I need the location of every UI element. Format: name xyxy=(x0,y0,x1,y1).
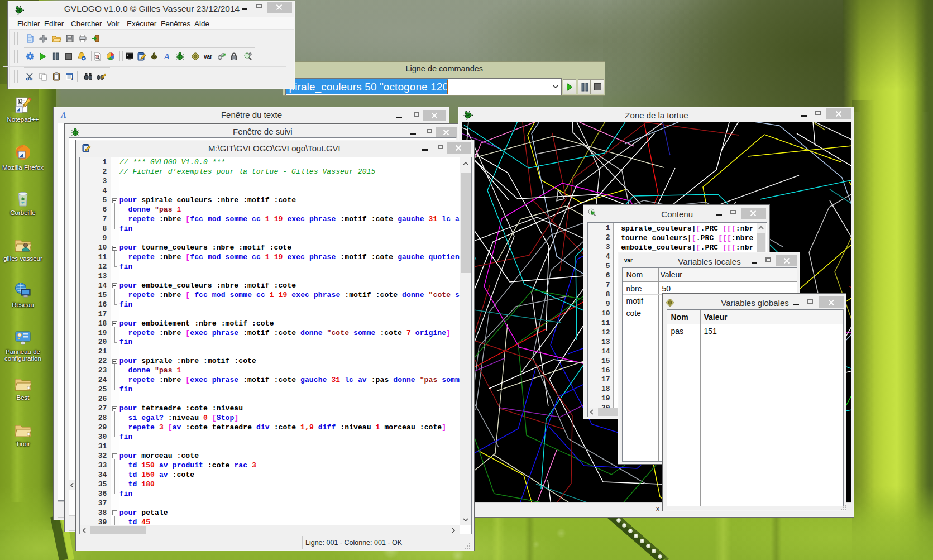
svg-text:A: A xyxy=(164,52,170,61)
svg-text:x: x xyxy=(70,76,73,80)
svg-text:var: var xyxy=(204,54,212,60)
